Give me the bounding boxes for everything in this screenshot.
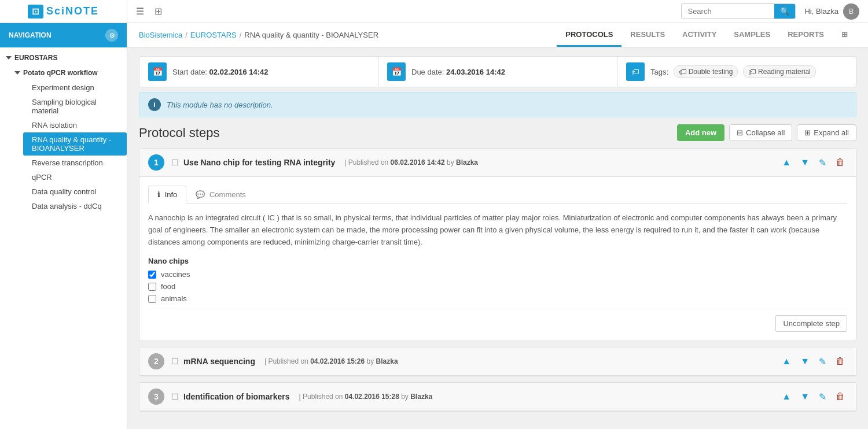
breadcrumb-biosisterika[interactable]: BioSistemica xyxy=(139,31,182,39)
sidebar-item-qpcr[interactable]: qPCR xyxy=(23,170,127,184)
step-1-delete-button[interactable]: 🗑 xyxy=(833,156,847,169)
collapse-all-button[interactable]: ⊟ Collapse all xyxy=(729,124,792,141)
steps-header: Protocol steps Add new ⊟ Collapse all ⊞ … xyxy=(139,124,856,141)
sidebar-item-data-analysis[interactable]: Data analysis - ddCq xyxy=(23,199,127,213)
content-area: BioSistemica / EUROSTARS / RNA quality &… xyxy=(127,23,868,429)
step-1-author: Blazka xyxy=(456,158,478,167)
step-3-controls: ▲ ▼ ✎ 🗑 xyxy=(779,390,847,404)
step-1-body: ℹ Info 💬 Comments A nanochip is an integ… xyxy=(139,177,856,341)
user-area: Hi, Blazka B xyxy=(796,3,868,20)
sidebar-item-rna-isolation[interactable]: RNA isolation xyxy=(23,118,127,132)
sidebar-workflow-header[interactable]: Potato qPCR workflow xyxy=(12,65,127,80)
due-date-text: Due date: 24.03.2016 14:42 xyxy=(411,68,505,76)
navigation-icon[interactable]: ⊙ xyxy=(105,29,118,42)
checkbox-animals[interactable] xyxy=(148,295,156,303)
main-layout: NAVIGATION ⊙ EUROSTARS Potato qPCR workf… xyxy=(0,23,868,429)
start-date-item: 📅 Start date: 02.02.2016 14:42 xyxy=(139,57,378,87)
step-2-edit-button[interactable]: ✎ xyxy=(816,355,829,368)
breadcrumb: BioSistemica / EUROSTARS / RNA quality &… xyxy=(139,31,378,39)
expand-all-button[interactable]: ⊞ Expand all xyxy=(797,124,856,141)
step-3-delete-button[interactable]: 🗑 xyxy=(833,390,847,403)
step-2-down-button[interactable]: ▼ xyxy=(798,355,812,368)
logo-box: ⊡ xyxy=(28,5,43,19)
step-1-checklist: Nano chips vaccines food animals xyxy=(148,257,847,303)
step-3-number: 3 xyxy=(148,389,164,405)
checklist-title: Nano chips xyxy=(148,257,847,265)
step-3-card: 3 ☐ Identification of biomarkers | Publi… xyxy=(139,382,856,412)
tag-chip-2[interactable]: 🏷Reading material xyxy=(743,65,816,78)
step-3-author: Blazka xyxy=(410,393,432,401)
step-3-edit-button[interactable]: ✎ xyxy=(816,390,829,404)
sidebar-group-eurostars[interactable]: EUROSTARS xyxy=(0,50,127,65)
step-1-footer: Uncomplete step xyxy=(148,309,847,332)
sidebar-item-data-quality[interactable]: Data quality control xyxy=(23,184,127,199)
label-animals: animals xyxy=(161,294,187,303)
tab-activity[interactable]: ACTIVITY xyxy=(674,23,725,47)
checkbox-vaccines[interactable] xyxy=(148,271,156,279)
step-2-header: 2 ☐ mRNA sequencing | Published on 04.02… xyxy=(139,347,856,376)
info-box: i This module has no description. xyxy=(139,92,856,117)
start-date-text: Start date: 02.02.2016 14:42 xyxy=(172,68,269,76)
sidebar-item-reverse-transcription[interactable]: Reverse transcription xyxy=(23,156,127,170)
info-tab-label: Info xyxy=(165,190,178,199)
sidebar-item-sampling[interactable]: Sampling biological material xyxy=(23,95,127,118)
content-scroll: 📅 Start date: 02.02.2016 14:42 📅 Due dat… xyxy=(127,47,868,429)
step-2-number: 2 xyxy=(148,353,164,369)
sidebar: NAVIGATION ⊙ EUROSTARS Potato qPCR workf… xyxy=(0,23,127,429)
step-1-tab-info[interactable]: ℹ Info xyxy=(148,186,186,204)
step-1-meta: | Published on 06.02.2016 14:42 by Blazk… xyxy=(344,158,478,167)
step-2-title: mRNA sequencing xyxy=(183,357,255,366)
step-2-up-button[interactable]: ▲ xyxy=(779,355,793,368)
step-3-down-button[interactable]: ▼ xyxy=(798,390,812,403)
menu-icon[interactable]: ☰ xyxy=(136,6,144,17)
step-1-number: 1 xyxy=(148,154,164,171)
comments-tab-label: Comments xyxy=(209,190,246,199)
checklist-food: food xyxy=(148,282,847,291)
sidebar-item-experiment-design[interactable]: Experiment design xyxy=(23,80,127,95)
search-area: 🔍 xyxy=(681,3,796,19)
step-3-up-button[interactable]: ▲ xyxy=(779,390,793,403)
collapse-all-label: Collapse all xyxy=(746,128,785,137)
add-new-button[interactable]: Add new xyxy=(677,124,724,141)
step-2-card: 2 ☐ mRNA sequencing | Published on 04.02… xyxy=(139,347,856,376)
tab-archive[interactable]: ⊞ xyxy=(833,23,856,47)
step-2-doc-icon: ☐ xyxy=(171,357,179,366)
tag-chip-1[interactable]: 🏷Double testing xyxy=(674,65,738,78)
search-input[interactable] xyxy=(682,5,774,18)
avatar[interactable]: B xyxy=(843,3,859,20)
sidebar-items: Experiment designSampling biological mat… xyxy=(12,80,127,213)
tab-results[interactable]: RESULTS xyxy=(621,23,674,47)
breadcrumb-eurostars[interactable]: EUROSTARS xyxy=(190,31,237,39)
step-1-controls: ▲ ▼ ✎ 🗑 xyxy=(779,156,847,169)
tab-reports[interactable]: REPORTS xyxy=(779,23,833,47)
workflow-collapse-icon xyxy=(14,71,20,75)
sidebar-item-rna-quality[interactable]: RNA quality & quantity - BIOANALYSER xyxy=(23,132,127,156)
checkbox-food[interactable] xyxy=(148,283,156,291)
uncomplete-step-button[interactable]: Uncomplete step xyxy=(775,315,847,332)
tab-samples[interactable]: SAMPLES xyxy=(725,23,779,47)
checklist-animals: animals xyxy=(148,294,847,303)
due-date-item: 📅 Due date: 24.03.2016 14:42 xyxy=(378,57,617,87)
topbar: ⊡ SciNOTE ☰ ⊞ 🔍 Hi, Blazka B xyxy=(0,0,868,23)
tag-label-1: Double testing xyxy=(689,68,733,76)
breadcrumb-current: RNA quality & quantity - BIOANALYSER xyxy=(244,31,378,39)
step-3-title: Identification of biomarkers xyxy=(183,392,290,401)
tab-protocols[interactable]: PROTOCOLS xyxy=(557,23,621,47)
workflow-label: Potato qPCR workflow xyxy=(23,69,98,77)
step-1-down-button[interactable]: ▼ xyxy=(798,156,812,169)
checklist-vaccines: vaccines xyxy=(148,270,847,279)
sidebar-section: EUROSTARS Potato qPCR workflow Experimen… xyxy=(0,47,127,216)
info-icon: i xyxy=(148,98,161,111)
step-2-meta: | Published on 04.02.2016 15:26 by Blazk… xyxy=(264,357,398,365)
step-1-tab-comments[interactable]: 💬 Comments xyxy=(186,186,255,203)
step-2-delete-button[interactable]: 🗑 xyxy=(833,355,847,368)
dashboard-icon[interactable]: ⊞ xyxy=(155,6,162,17)
step-1-doc-icon: ☐ xyxy=(171,158,179,167)
step-1-edit-button[interactable]: ✎ xyxy=(816,156,829,169)
search-button[interactable]: 🔍 xyxy=(774,4,795,19)
step-1-up-button[interactable]: ▲ xyxy=(779,156,793,169)
step-3-meta: | Published on 04.02.2016 15:28 by Blazk… xyxy=(299,393,433,401)
label-vaccines: vaccines xyxy=(161,270,190,279)
info-tab-icon: ℹ xyxy=(157,190,160,199)
step-3-header: 3 ☐ Identification of biomarkers | Publi… xyxy=(139,383,856,411)
